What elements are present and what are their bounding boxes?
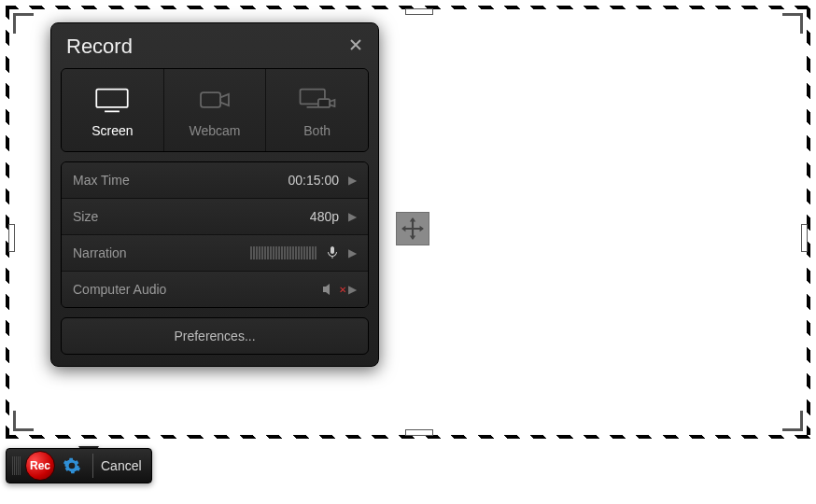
record-panel: Record Screen Webcam	[50, 22, 379, 367]
preferences-label: Preferences...	[174, 329, 255, 343]
compaudio-label: Computer Audio	[73, 282, 322, 297]
chevron-right-icon: ▶	[348, 210, 357, 223]
mode-both-label: Both	[303, 123, 331, 138]
screen-icon	[91, 86, 133, 114]
row-computer-audio[interactable]: Computer Audio ✕ ▶	[62, 272, 368, 307]
recorder-toolbar[interactable]: Rec Cancel	[6, 448, 152, 483]
resize-handle-br[interactable]	[782, 411, 803, 431]
gear-icon	[63, 456, 81, 475]
narration-label: Narration	[73, 245, 250, 260]
size-label: Size	[73, 209, 310, 224]
resize-handle-top[interactable]	[405, 8, 433, 15]
resize-handle-bottom[interactable]	[405, 429, 433, 436]
both-icon	[297, 86, 338, 114]
resize-handle-bl[interactable]	[13, 411, 34, 431]
mode-selector: Screen Webcam Both	[61, 68, 369, 152]
resize-handle-left[interactable]	[8, 224, 15, 252]
maxtime-value: 00:15:00	[288, 173, 340, 188]
mode-webcam-label: Webcam	[190, 123, 241, 138]
maxtime-label: Max Time	[73, 173, 288, 188]
cancel-label: Cancel	[101, 458, 142, 473]
speaker-muted-icon: ✕	[322, 283, 346, 296]
svg-rect-2	[201, 92, 220, 107]
mode-screen-label: Screen	[91, 123, 133, 138]
close-icon	[348, 37, 363, 52]
move-arrows-icon	[401, 217, 425, 241]
resize-handle-tl[interactable]	[13, 13, 34, 34]
chevron-right-icon: ▶	[348, 174, 357, 187]
chevron-right-icon: ▶	[348, 246, 357, 259]
svg-rect-5	[318, 99, 330, 107]
panel-title: Record	[66, 35, 133, 59]
cancel-button[interactable]: Cancel	[101, 458, 142, 473]
row-maxtime[interactable]: Max Time 00:15:00 ▶	[62, 162, 368, 199]
mode-webcam[interactable]: Webcam	[164, 69, 267, 151]
settings-list: Max Time 00:15:00 ▶ Size 480p ▶ Narratio…	[61, 161, 369, 308]
webcam-icon	[194, 86, 235, 114]
chevron-right-icon: ▶	[348, 283, 357, 296]
svg-rect-0	[97, 90, 128, 107]
microphone-icon	[326, 246, 339, 259]
resize-handle-right[interactable]	[801, 224, 808, 252]
toolbar-divider	[92, 454, 93, 478]
preferences-button[interactable]: Preferences...	[61, 317, 369, 355]
audio-level-meter	[250, 246, 317, 259]
settings-button[interactable]	[63, 456, 81, 475]
record-label: Rec	[30, 459, 50, 472]
move-handle[interactable]	[396, 212, 429, 245]
close-button[interactable]	[348, 37, 363, 57]
row-narration[interactable]: Narration ▶	[62, 235, 368, 272]
size-value: 480p	[310, 209, 339, 224]
mode-both[interactable]: Both	[266, 69, 368, 151]
grip-icon[interactable]	[12, 455, 23, 476]
mode-screen[interactable]: Screen	[62, 69, 164, 151]
record-button[interactable]: Rec	[25, 451, 55, 481]
resize-handle-tr[interactable]	[782, 13, 803, 34]
row-size[interactable]: Size 480p ▶	[62, 199, 368, 235]
